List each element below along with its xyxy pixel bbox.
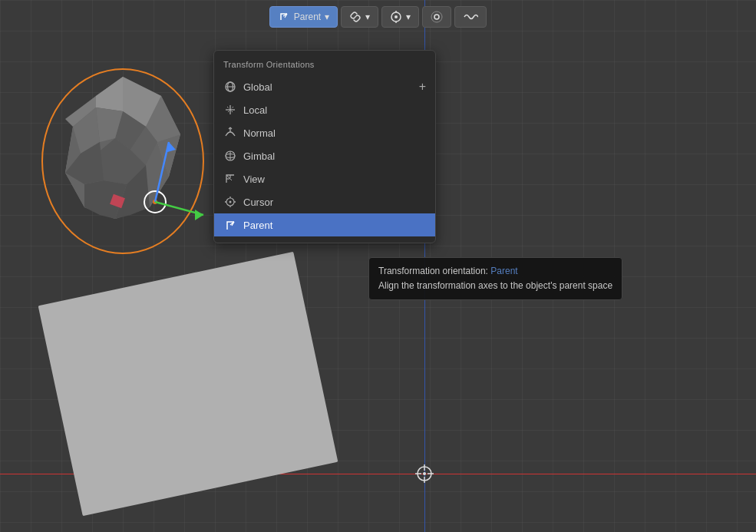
gimbal-label: Gimbal	[243, 150, 275, 162]
tooltip-value: Parent	[490, 266, 517, 276]
cursor-label: Cursor	[243, 197, 273, 208]
parent-icon	[223, 218, 237, 232]
panel-title: Transform Orientations	[214, 57, 435, 75]
link-icon	[349, 11, 361, 23]
tooltip-label: Transformation orientation:	[378, 266, 488, 276]
snap-toggle-button[interactable]: ▾	[341, 6, 378, 28]
global-label: Global	[243, 81, 272, 93]
svg-marker-11	[96, 77, 123, 111]
normal-icon	[223, 126, 237, 140]
local-label: Local	[243, 104, 267, 116]
view-icon	[223, 172, 237, 186]
svg-point-5	[423, 472, 426, 475]
waveform-button[interactable]	[454, 6, 487, 28]
normal-label: Normal	[243, 127, 276, 139]
proportional-icon	[431, 11, 443, 23]
transform-orientation-button[interactable]: Parent ▾	[269, 6, 338, 28]
transform-orientations-panel: Transform Orientations Global + Local	[213, 50, 436, 243]
snap-arrow: ▾	[365, 12, 370, 22]
cursor-orient-icon	[223, 195, 237, 209]
gimbal-icon	[223, 149, 237, 163]
snap-icon	[390, 11, 402, 23]
parent-label: Parent	[294, 12, 321, 22]
svg-line-29	[354, 15, 357, 18]
tooltip-panel: Transformation orientation: Parent Align…	[368, 257, 622, 300]
waveform-icon	[463, 11, 478, 23]
svg-point-50	[229, 201, 232, 203]
3d-cursor	[415, 464, 434, 483]
orientation-parent[interactable]: Parent	[214, 213, 435, 236]
orientation-view[interactable]: View	[214, 167, 435, 190]
parent-orient-label: Parent	[243, 220, 272, 231]
orientation-cursor[interactable]: Cursor	[214, 190, 435, 213]
add-orientation-button[interactable]: +	[419, 80, 426, 94]
proportional-edit-button[interactable]	[422, 6, 451, 28]
tooltip-line2: Align the transformation axes to the obj…	[378, 279, 612, 293]
rock-object	[38, 65, 207, 261]
view-label: View	[243, 173, 265, 185]
parent-orient-icon	[278, 11, 290, 23]
svg-marker-28	[195, 210, 203, 220]
svg-point-34	[431, 12, 442, 22]
orientation-normal[interactable]: Normal	[214, 121, 435, 144]
local-icon	[223, 103, 237, 117]
snap-settings-button[interactable]: ▾	[381, 6, 419, 28]
orientation-gimbal[interactable]: Gimbal	[214, 144, 435, 167]
orientation-local[interactable]: Local	[214, 98, 435, 121]
dropdown-arrow: ▾	[325, 12, 329, 22]
top-toolbar: Parent ▾ ▾ ▾	[0, 6, 756, 28]
orientation-global[interactable]: Global +	[214, 75, 435, 98]
snap-settings-arrow: ▾	[406, 12, 411, 22]
global-icon	[223, 80, 237, 94]
tooltip-line1: Transformation orientation: Parent	[378, 264, 612, 279]
svg-point-31	[395, 15, 398, 18]
svg-point-35	[434, 15, 439, 19]
